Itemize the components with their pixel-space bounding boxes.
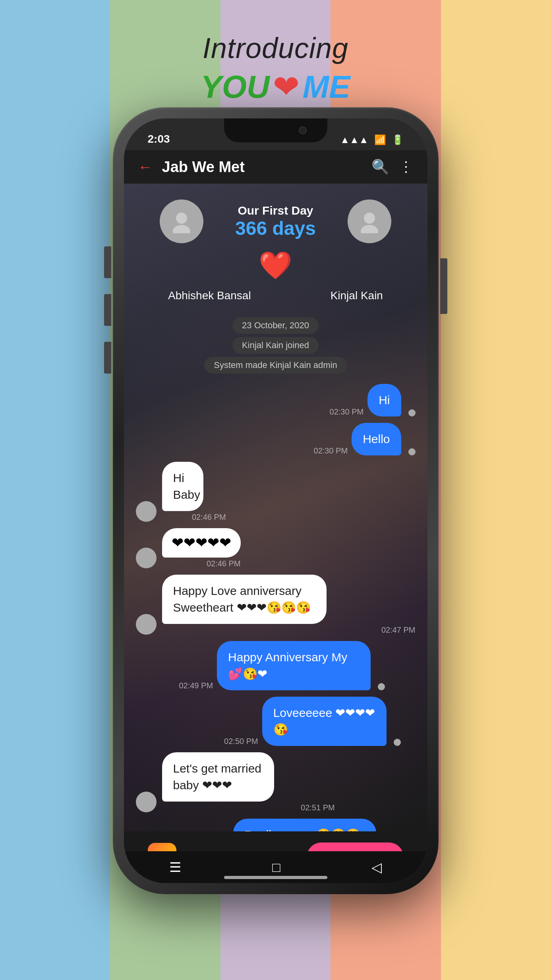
sender-avatar — [136, 792, 157, 812]
message-bubble: Happy Anniversary My 💕😘❤ — [217, 641, 371, 690]
phone: 2:03 ▲▲▲ 📶 🔋 ← Jab We Met 🔍 ⋮ — [113, 107, 439, 894]
status-icons: ▲▲▲ 📶 🔋 — [340, 134, 403, 145]
message-row: 02:30 PM Hi — [136, 384, 416, 416]
battery-icon: 🔋 — [392, 134, 404, 145]
logo: YOU ❤ ME — [0, 68, 551, 105]
read-receipt — [408, 409, 416, 416]
phone-notch — [224, 118, 327, 142]
status-time: 2:03 — [148, 133, 170, 145]
wifi-icon: 📶 — [374, 134, 386, 145]
message-row: Let's get married baby ❤❤❤ 02:51 PM — [136, 752, 416, 812]
chat-area: Our First Day 366 days ❤️ Abhishek Bansa… — [124, 184, 427, 831]
message-row: 02:51 PM Reallyyyyyyy 😍😍😍😍😍 — [136, 819, 416, 831]
svg-point-2 — [364, 213, 375, 224]
message-col: 02:30 PM Hi — [330, 384, 416, 416]
sender-avatar — [136, 548, 157, 568]
avatar-person1 — [160, 199, 203, 243]
phone-screen: 2:03 ▲▲▲ 📶 🔋 ← Jab We Met 🔍 ⋮ — [124, 118, 427, 883]
message-time: 02:51 PM — [301, 803, 335, 812]
camera — [299, 126, 307, 134]
sender-avatar — [136, 501, 157, 522]
logo-you: YOU — [201, 69, 269, 105]
message-col: ❤❤❤❤❤ 02:46 PM — [162, 528, 241, 568]
message-row: 02:50 PM Loveeeeee ❤❤❤❤😘 — [136, 697, 416, 746]
message-bubble: Let's get married baby ❤❤❤ — [162, 752, 275, 802]
message-bubble: Hi Baby — [162, 462, 204, 511]
message-bubble: ❤❤❤❤❤ — [162, 528, 241, 558]
read-receipt — [394, 739, 401, 746]
read-receipt — [378, 683, 385, 690]
message-time: 02:49 PM — [179, 681, 213, 690]
logo-me: ME — [303, 69, 350, 105]
chat-profile: Our First Day 366 days ❤️ Abhishek Bansa… — [136, 192, 416, 310]
message-row: Happy Love anniversary Sweetheart ❤❤❤😘😘😘… — [136, 575, 416, 635]
home-indicator — [224, 876, 327, 879]
more-options-icon[interactable]: ⋮ — [399, 159, 413, 175]
system-joined: Kinjal Kain joined — [232, 337, 319, 354]
message-time: 02:30 PM — [314, 446, 348, 455]
chat-scroll[interactable]: Our First Day 366 days ❤️ Abhishek Bansa… — [124, 184, 427, 831]
back-button[interactable]: ← — [138, 159, 153, 175]
system-date: 23 October, 2020 — [232, 317, 319, 334]
message-bubble: Happy Love anniversary Sweetheart ❤❤❤😘😘😘 — [162, 575, 327, 624]
message-time: 02:30 PM — [330, 407, 364, 416]
intro-text: Introducing — [0, 32, 551, 64]
message-row: Hi Baby 02:46 PM — [136, 462, 416, 522]
system-admin: System made Kinjal Kain admin — [204, 357, 347, 374]
stripe-1 — [0, 0, 110, 980]
signal-icon: ▲▲▲ — [340, 134, 368, 145]
home-icon[interactable]: □ — [272, 860, 280, 875]
message-time: 02:46 PM — [207, 559, 241, 568]
message-col: Happy Love anniversary Sweetheart ❤❤❤😘😘😘… — [162, 575, 416, 635]
svg-point-1 — [173, 225, 190, 233]
avatar-person2 — [348, 199, 391, 243]
logo-heart-icon: ❤ — [273, 68, 300, 105]
profile-names: Abhishek Bansal Kinjal Kain — [168, 289, 383, 302]
svg-point-3 — [361, 225, 378, 233]
message-col: 02:51 PM Reallyyyyyyy 😍😍😍😍😍 — [195, 819, 415, 831]
message-row: 02:49 PM Happy Anniversary My 💕😘❤ — [136, 641, 416, 690]
chat-title: Jab We Met — [162, 159, 362, 176]
message-col: 02:49 PM Happy Anniversary My 💕😘❤ — [179, 641, 415, 690]
sender-avatar — [136, 614, 157, 635]
back-nav-icon[interactable]: ◁ — [371, 859, 382, 875]
app-header: ← Jab We Met 🔍 ⋮ — [124, 150, 427, 184]
person1-name: Abhishek Bansal — [168, 289, 251, 302]
message-time: 02:47 PM — [381, 626, 416, 635]
read-receipt — [408, 448, 416, 455]
message-row: ❤❤❤❤❤ 02:46 PM — [136, 528, 416, 568]
person2-name: Kinjal Kain — [331, 289, 383, 302]
svg-point-0 — [176, 213, 187, 224]
stripe-5 — [441, 0, 551, 980]
message-bubble: Hi — [367, 384, 401, 416]
branding-section: Introducing YOU ❤ ME — [0, 32, 551, 105]
message-bubble: Hello — [352, 423, 401, 455]
search-icon[interactable]: 🔍 — [371, 159, 389, 175]
profile-heart: ❤️ — [259, 250, 292, 281]
message-time: 02:46 PM — [192, 513, 226, 522]
message-col: Hi Baby 02:46 PM — [162, 462, 226, 522]
message-time: 02:50 PM — [224, 737, 258, 746]
system-messages: 23 October, 2020 Kinjal Kain joined Syst… — [136, 316, 416, 375]
days-count: 366 days — [235, 217, 316, 239]
message-col: Let's get married baby ❤❤❤ 02:51 PM — [162, 752, 335, 812]
message-bubble: Loveeeeee ❤❤❤❤😘 — [262, 697, 387, 746]
menu-icon[interactable]: ☰ — [169, 859, 181, 875]
message-bubble: Reallyyyyyyy 😍😍😍😍😍 — [233, 819, 376, 831]
phone-shell: 2:03 ▲▲▲ 📶 🔋 ← Jab We Met 🔍 ⋮ — [113, 107, 439, 894]
message-col: 02:50 PM Loveeeeee ❤❤❤❤😘 — [224, 697, 415, 746]
message-col: 02:30 PM Hello — [314, 423, 416, 455]
first-day-label: Our First Day — [235, 204, 316, 217]
message-row: 02:30 PM Hello — [136, 423, 416, 455]
profile-center: Our First Day 366 days — [235, 204, 316, 239]
